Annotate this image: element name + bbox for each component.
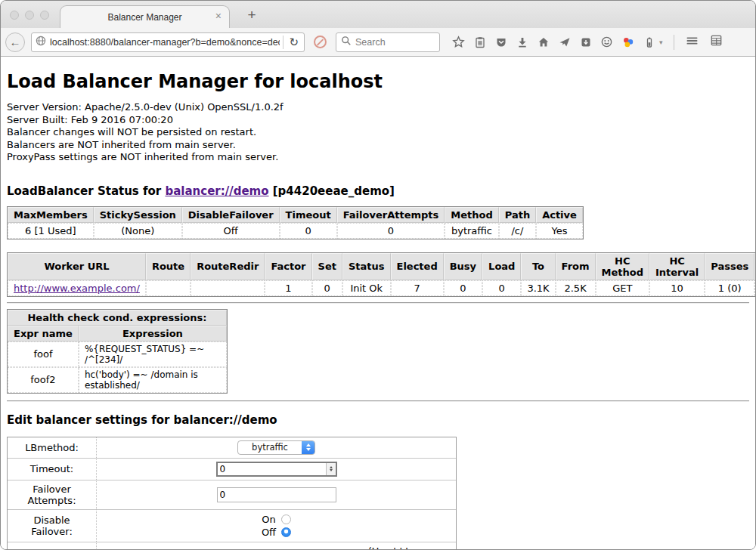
save-panel-icon[interactable] xyxy=(579,36,592,48)
cell-factor: 1 xyxy=(265,280,311,296)
col-routeredir: RouteRedir xyxy=(191,253,265,280)
section-divider xyxy=(7,400,749,402)
home-icon[interactable] xyxy=(537,36,550,48)
downloads-icon[interactable] xyxy=(516,36,528,48)
col-busy: Busy xyxy=(444,253,482,280)
table-row: foof %{REQUEST_STATUS} =~ /^[234]/ xyxy=(8,341,227,367)
table-header-row: Expr name Expression xyxy=(8,326,227,341)
col-expression: Expression xyxy=(79,326,227,341)
worker-table: Worker URL Route RouteRedir Factor Set S… xyxy=(7,252,755,297)
col-expr-name: Expr name xyxy=(8,326,79,341)
cell-path: /c/ xyxy=(499,223,536,239)
form-row-timeout: Timeout: xyxy=(8,458,456,480)
sticky-session-hint: (Use '-' to delete) xyxy=(368,545,451,549)
cell-expression: hc('body') =~ /domain is established/ xyxy=(79,367,227,393)
back-button[interactable]: ← xyxy=(5,32,25,52)
notice-proxypass: ProxyPass settings are NOT inherited fro… xyxy=(7,151,749,164)
notice-balancers: Balancers are NOT inherited from main se… xyxy=(7,139,749,152)
failover-attempts-input[interactable] xyxy=(217,487,336,502)
col-timeout: Timeout xyxy=(280,207,337,223)
window-close-button[interactable] xyxy=(10,11,19,20)
pocket-icon[interactable] xyxy=(494,36,507,48)
cell-disablefailover: Off xyxy=(182,223,280,239)
col-method: Method xyxy=(445,207,498,223)
panels-grid-icon[interactable] xyxy=(710,34,723,50)
lbmethod-label: LBmethod: xyxy=(8,437,97,458)
tab-bar: Balancer Manager × + xyxy=(1,1,755,28)
col-active: Active xyxy=(536,207,583,223)
bookmark-star-icon[interactable] xyxy=(452,36,465,48)
page-content: Load Balancer Manager for localhost Serv… xyxy=(1,57,755,549)
url-bar[interactable]: ↻ xyxy=(31,32,305,52)
col-to: To xyxy=(521,253,555,280)
server-built: Server Built: Feb 9 2016 07:00:20 xyxy=(7,114,749,127)
search-input[interactable] xyxy=(355,37,435,48)
url-input[interactable] xyxy=(50,37,280,48)
edit-balancer-form: LBmethod: bytraffic Timeout: xyxy=(7,437,457,549)
cell-hc-method: GET xyxy=(596,280,649,296)
edit-settings-heading: Edit balancer settings for balancer://de… xyxy=(7,413,749,427)
col-fails: Fails xyxy=(754,253,755,280)
timeout-input-wrap xyxy=(216,462,337,477)
balancer-settings-table: MaxMembers StickySession DisableFailover… xyxy=(7,206,584,239)
cell-expr-name: foof xyxy=(8,341,79,367)
window-minimize-button[interactable] xyxy=(25,11,34,20)
balancer-demo-link[interactable]: balancer://demo xyxy=(165,184,268,198)
cell-status: Init Ok xyxy=(342,280,391,296)
radio-off[interactable] xyxy=(281,527,291,537)
toolbar-icons: ▾ xyxy=(452,36,663,48)
status-heading-suffix: [p4420eeae_demo] xyxy=(269,184,395,198)
timeout-label: Timeout: xyxy=(8,458,97,480)
timeout-input[interactable] xyxy=(218,463,326,475)
cell-load: 0 xyxy=(482,280,521,296)
search-icon xyxy=(341,36,352,49)
cell-stickysession: (None) xyxy=(94,223,182,239)
col-hc-method: HC Method xyxy=(596,253,649,280)
reload-icon[interactable]: ↻ xyxy=(287,36,301,49)
col-factor: Factor xyxy=(265,253,311,280)
cell-maxmembers: 6 [1 Used] xyxy=(8,223,94,239)
globe-icon xyxy=(35,35,47,50)
worker-url-link[interactable]: http://www.example.com/ xyxy=(14,283,140,294)
urlbar-divider xyxy=(283,36,284,49)
cell-route xyxy=(146,280,191,296)
cell-passes: 1 (0) xyxy=(705,280,754,296)
toolbar-divider xyxy=(674,35,674,50)
search-bar[interactable] xyxy=(336,32,440,52)
col-worker-url: Worker URL xyxy=(8,253,146,280)
table-title-row: Health check cond. expressions: xyxy=(8,310,227,326)
window-zoom-button[interactable] xyxy=(40,11,49,20)
cell-set: 0 xyxy=(312,280,342,296)
browser-tab[interactable]: Balancer Manager × xyxy=(60,5,230,28)
radio-off-label: Off xyxy=(262,526,276,539)
browser-window: Balancer Manager × + ← ↻ xyxy=(0,0,756,550)
form-row-disable-failover: Disable Failover: On Off xyxy=(8,509,456,542)
sticky-session-label: Sticky Session: xyxy=(8,542,97,549)
tab-close-icon[interactable]: × xyxy=(215,11,222,21)
reading-list-icon[interactable] xyxy=(473,36,486,48)
window-controls[interactable] xyxy=(10,11,49,20)
col-elected: Elected xyxy=(391,253,444,280)
lbmethod-select[interactable]: bytraffic xyxy=(237,440,315,455)
colorpicker-extension-icon[interactable] xyxy=(621,36,634,48)
col-status: Status xyxy=(342,253,391,280)
feedback-smiley-icon[interactable] xyxy=(600,36,613,48)
battery-extension-icon[interactable] xyxy=(643,36,655,48)
col-path: Path xyxy=(499,207,536,223)
select-stepper-icon xyxy=(302,440,314,455)
new-tab-button[interactable]: + xyxy=(242,7,262,23)
col-hc-interval: HC Interval xyxy=(649,253,705,280)
send-icon[interactable] xyxy=(558,36,571,48)
chevron-down-icon[interactable]: ▾ xyxy=(659,39,663,46)
col-load: Load xyxy=(482,253,521,280)
number-spinner-icon[interactable] xyxy=(326,463,336,475)
health-table-title: Health check cond. expressions: xyxy=(8,310,227,326)
cell-elected: 7 xyxy=(391,280,444,296)
table-row: 6 [1 Used] (None) Off 0 0 bytraffic /c/ … xyxy=(8,223,583,239)
radio-on[interactable] xyxy=(281,514,291,524)
health-check-table: Health check cond. expressions: Expr nam… xyxy=(7,309,228,394)
page-title: Load Balancer Manager for localhost xyxy=(7,71,749,92)
content-blocked-icon[interactable] xyxy=(314,36,327,48)
form-row-sticky: Sticky Session: (Use '-' to delete) xyxy=(8,542,456,549)
menu-hamburger-icon[interactable] xyxy=(685,35,699,50)
